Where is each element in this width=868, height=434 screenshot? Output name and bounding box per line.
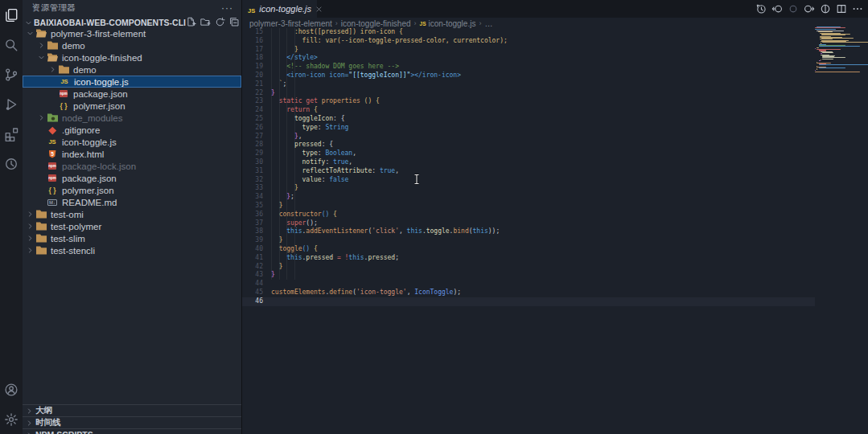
line-number: 22 — [242, 89, 263, 98]
js-file-icon: JS — [248, 2, 255, 16]
breadcrumb-item[interactable]: icon-toggle-finished — [341, 19, 411, 28]
tree-item-label: README.md — [62, 198, 117, 207]
panel-outline[interactable]: 大纲 — [23, 404, 241, 416]
editor-group: JS icon-toggle.js polymer-3-first-elemen… — [241, 0, 868, 434]
line-number: 37 — [242, 219, 263, 228]
nav-forward-icon[interactable] — [804, 3, 815, 14]
split-editor-icon[interactable] — [836, 3, 847, 14]
code-line: 17 } — [242, 46, 815, 55]
history-icon[interactable] — [755, 3, 767, 14]
line-number: 38 — [242, 227, 263, 236]
git-icon — [46, 126, 59, 134]
tree-item-label: test-omi — [51, 210, 84, 219]
code-editor[interactable]: 15 :host([pressed]) iron-icon {16 fill: … — [242, 28, 868, 434]
tree-item-label: test-polymer — [51, 222, 101, 231]
code-line: 29 type: Boolean, — [242, 149, 815, 158]
tree-item-label: polymer.json — [73, 101, 125, 111]
nav-back-icon[interactable] — [771, 3, 783, 14]
tree-item-node-modules[interactable]: node_modules — [23, 112, 241, 124]
code-line: 35 } — [242, 202, 815, 211]
activitybar-extensions[interactable] — [0, 119, 23, 149]
collapse-all-icon[interactable] — [229, 17, 240, 27]
breadcrumb-item[interactable]: polymer-3-first-element — [249, 19, 332, 28]
tree-item-label: package.json — [62, 174, 117, 183]
sidebar-more-actions-icon[interactable]: ··· — [221, 2, 233, 14]
braces-icon: { } — [46, 186, 59, 194]
code-line: 30 notify: true, — [242, 158, 815, 167]
code-line: 39 } — [242, 236, 815, 245]
new-file-icon[interactable] — [186, 17, 196, 27]
tree-item-polymer-3-first-element[interactable]: polymer-3-first-element — [23, 27, 241, 39]
tree-item-demo[interactable]: demo — [23, 39, 241, 51]
code-line: 19 <!-- shadow DOM goes here --> — [242, 63, 815, 72]
line-number: 15 — [242, 28, 263, 37]
tree-item-test-omi[interactable]: test-omi — [23, 208, 241, 220]
panel-timeline[interactable]: 时间线 — [23, 416, 241, 428]
folder-node-icon — [46, 113, 59, 122]
tree-item-icon-toggle-js[interactable]: JSicon-toggle.js — [23, 76, 241, 88]
tree-item-test-slim[interactable]: test-slim — [23, 232, 241, 244]
new-folder-icon[interactable] — [200, 17, 211, 27]
line-number: 21 — [242, 80, 263, 89]
panel-npm-scripts[interactable]: NPM SCRIPTS — [23, 428, 241, 434]
line-number: 35 — [242, 202, 263, 211]
activitybar-explorer[interactable] — [0, 0, 23, 30]
folder-icon — [35, 222, 47, 231]
tree-item-index-html[interactable]: 5index.html — [23, 148, 241, 160]
tree-item-icon-toggle-finished[interactable]: icon-toggle-finished — [23, 51, 241, 63]
tree-item-package-json[interactable]: npmpackage.json — [23, 88, 241, 100]
activitybar-settings[interactable] — [0, 404, 23, 434]
code-line: 33 } — [242, 184, 815, 193]
js-file-icon: JS — [420, 21, 426, 27]
code-line: 24 return { — [242, 106, 815, 115]
sidebar-header: 资源管理器 ··· — [23, 0, 241, 16]
code-line: 44 — [242, 280, 815, 289]
code-line: 18 </style> — [242, 54, 815, 63]
tree-item-polymer-json[interactable]: { }polymer.json — [23, 184, 241, 196]
line-number: 18 — [242, 54, 263, 63]
tree-item-polymer-json[interactable]: { }polymer.json — [23, 100, 241, 112]
tab-icon-toggle-js[interactable]: JS icon-toggle.js — [242, 0, 317, 18]
activitybar-search[interactable] — [0, 30, 23, 59]
line-number: 36 — [242, 211, 263, 219]
chevron-right-icon — [26, 235, 35, 242]
chevron-right-icon — [37, 114, 46, 121]
panel-label: 时间线 — [35, 417, 61, 428]
tree-item-demo[interactable]: demo — [23, 63, 241, 76]
activitybar-source-control[interactable] — [0, 59, 23, 89]
refresh-icon[interactable] — [215, 17, 225, 27]
chevron-right-icon — [26, 428, 33, 434]
breadcrumb-item[interactable]: … — [484, 19, 492, 28]
code-line: 21 `; — [242, 80, 815, 89]
activitybar-timeline[interactable] — [0, 149, 23, 178]
code-line: 45customElements.define('icon-toggle', I… — [242, 289, 815, 297]
tree-item-test-polymer[interactable]: test-polymer — [23, 220, 241, 232]
clock-icon — [4, 157, 19, 171]
line-number: 17 — [242, 46, 263, 55]
extensions-icon — [4, 127, 19, 141]
line-number: 20 — [242, 72, 263, 80]
file-tree: polymer-3-first-elementdemoicon-toggle-f… — [23, 27, 241, 403]
more-actions-icon[interactable] — [852, 3, 863, 14]
tree-item-package-json[interactable]: npmpackage.json — [23, 172, 241, 184]
folder-icon — [35, 234, 47, 243]
tree-item--gitignore[interactable]: .gitignore — [23, 124, 241, 136]
line-number: 30 — [242, 158, 263, 167]
run-icon[interactable] — [820, 3, 831, 14]
tree-item-test-stencli[interactable]: test-stencli — [23, 244, 241, 256]
breadcrumb-item[interactable]: JSicon-toggle.js — [420, 19, 476, 28]
explorer-action-icons — [186, 17, 246, 27]
activitybar-run-debug[interactable] — [0, 89, 23, 119]
line-number: 33 — [242, 184, 263, 193]
minimap[interactable] — [815, 27, 866, 83]
activitybar-accounts[interactable] — [0, 375, 23, 404]
tree-item-icon-toggle-js[interactable]: JSicon-toggle.js — [23, 136, 241, 148]
circle-icon[interactable] — [788, 3, 799, 14]
account-icon — [4, 383, 19, 397]
tab-close-icon[interactable] — [315, 6, 323, 13]
code-line: 31 reflectToAttribute: true, — [242, 167, 815, 176]
tree-item-label: index.html — [62, 149, 104, 159]
tree-item-package-lock-json[interactable]: npmpackage-lock.json — [23, 160, 241, 172]
tree-item-readme-md[interactable]: M↓README.md — [23, 196, 241, 208]
workspace-section-header[interactable]: BAIXIAOBAI-WEB-COMPONENTS-CLI — [23, 16, 241, 28]
